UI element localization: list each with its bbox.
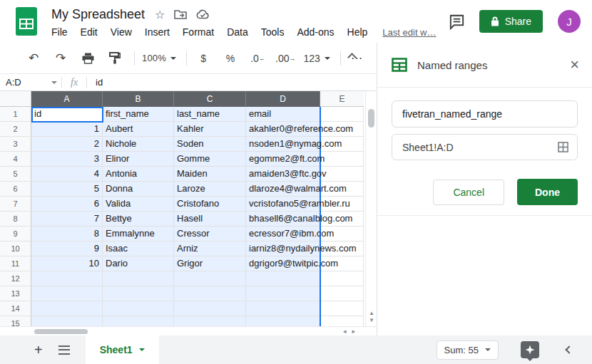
cell-B1[interactable]: first_name xyxy=(103,107,174,122)
cell-D12[interactable] xyxy=(246,271,320,286)
cell-E4[interactable] xyxy=(320,152,364,167)
row-header-7[interactable]: 7 xyxy=(0,197,31,212)
cell-C3[interactable]: Soden xyxy=(174,137,246,152)
cell-C6[interactable]: Laroze xyxy=(174,182,246,197)
cell-D2[interactable]: akahler0@reference.com xyxy=(246,122,320,137)
cell-A14[interactable] xyxy=(31,301,103,316)
share-button[interactable]: Share xyxy=(479,10,543,33)
menu-item-format[interactable]: Format xyxy=(176,25,220,39)
menu-item-insert[interactable]: Insert xyxy=(138,25,176,39)
range-ref-input[interactable]: Sheet1!A:D xyxy=(392,134,578,160)
cell-A1[interactable]: id xyxy=(31,107,103,122)
cell-B11[interactable]: Dario xyxy=(103,256,174,271)
vertical-scrollbar[interactable]: ▴▾ xyxy=(365,91,377,326)
menu-item-view[interactable]: View xyxy=(104,25,138,39)
cell-D14[interactable] xyxy=(246,301,320,316)
cell-A8[interactable]: 7 xyxy=(31,212,103,227)
done-button[interactable]: Done xyxy=(517,179,578,205)
column-header-e[interactable]: E xyxy=(320,91,364,107)
cell-D8[interactable]: bhasell6@canalblog.com xyxy=(246,212,320,227)
format-percent-icon[interactable]: % xyxy=(221,49,240,68)
row-header-8[interactable]: 8 xyxy=(0,212,31,227)
row-header-10[interactable]: 10 xyxy=(0,241,31,256)
cell-C5[interactable]: Maiden xyxy=(174,167,246,182)
cell-B4[interactable]: Elinor xyxy=(103,152,174,167)
cell-A3[interactable]: 2 xyxy=(31,137,103,152)
cell-A7[interactable]: 6 xyxy=(31,197,103,212)
cell-E5[interactable] xyxy=(320,167,364,182)
menu-item-addons[interactable]: Add-ons xyxy=(290,25,340,39)
cell-E14[interactable] xyxy=(320,301,364,316)
column-header-d[interactable]: D xyxy=(246,91,320,107)
undo-icon[interactable]: ↶ xyxy=(24,49,43,68)
cell-A2[interactable]: 1 xyxy=(31,122,103,137)
cell-E15[interactable] xyxy=(320,316,364,326)
document-title[interactable]: My Spreadsheet xyxy=(51,7,145,22)
name-box[interactable]: A:D xyxy=(0,77,61,88)
cell-A5[interactable]: 4 xyxy=(31,167,103,182)
cell-D3[interactable]: nsoden1@nymag.com xyxy=(246,137,320,152)
cell-C12[interactable] xyxy=(174,271,246,286)
cell-D11[interactable]: dgrigor9@twitpic.com xyxy=(246,256,320,271)
row-header-11[interactable]: 11 xyxy=(0,256,31,271)
cell-A6[interactable]: 5 xyxy=(31,182,103,197)
cell-B3[interactable]: Nichole xyxy=(103,137,174,152)
row-header-6[interactable]: 6 xyxy=(0,182,31,197)
cell-C1[interactable]: last_name xyxy=(174,107,246,122)
cell-B6[interactable]: Donna xyxy=(103,182,174,197)
cell-D7[interactable]: vcristofano5@rambler.ru xyxy=(246,197,320,212)
row-header-14[interactable]: 14 xyxy=(0,301,31,316)
close-icon[interactable]: × xyxy=(570,58,579,72)
select-data-range-icon[interactable] xyxy=(558,142,568,152)
row-header-3[interactable]: 3 xyxy=(0,137,31,152)
cell-A10[interactable]: 9 xyxy=(31,241,103,256)
redo-icon[interactable]: ↷ xyxy=(51,49,70,68)
column-header-c[interactable]: C xyxy=(174,91,246,107)
row-header-4[interactable]: 4 xyxy=(0,152,31,167)
cell-E13[interactable] xyxy=(320,286,364,301)
cell-B8[interactable]: Bettye xyxy=(103,212,174,227)
all-sheets-icon[interactable] xyxy=(58,345,70,355)
cell-A4[interactable]: 3 xyxy=(31,152,103,167)
menu-item-data[interactable]: Data xyxy=(220,25,255,39)
cell-A12[interactable] xyxy=(31,271,103,286)
explore-button[interactable] xyxy=(521,341,539,358)
cell-C7[interactable]: Cristofano xyxy=(174,197,246,212)
cell-B7[interactable]: Valida xyxy=(103,197,174,212)
cell-D10[interactable]: iarniz8@nydailynews.com xyxy=(246,241,320,256)
decrease-decimal-icon[interactable]: .0← xyxy=(248,49,267,68)
sheets-logo-icon[interactable] xyxy=(16,7,37,36)
cell-D9[interactable]: ecressor7@ibm.com xyxy=(246,227,320,241)
horizontal-scrollbar-thumb[interactable] xyxy=(34,329,88,334)
cell-A13[interactable] xyxy=(31,286,103,301)
cell-C2[interactable]: Kahler xyxy=(174,122,246,137)
number-format-menu[interactable]: 123 xyxy=(304,49,330,68)
cell-B5[interactable]: Antonia xyxy=(103,167,174,182)
cell-C11[interactable]: Grigor xyxy=(174,256,246,271)
avatar[interactable]: J xyxy=(558,10,581,33)
cell-D15[interactable] xyxy=(246,316,320,326)
comment-history-icon[interactable] xyxy=(449,14,465,30)
add-sheet-icon[interactable]: + xyxy=(34,343,43,356)
sheet-tab[interactable]: Sheet1 xyxy=(86,336,159,364)
cell-A15[interactable] xyxy=(31,316,103,326)
zoom-select[interactable]: 100% xyxy=(142,49,176,68)
horizontal-scrollbar[interactable]: ◂▸ xyxy=(0,326,377,336)
cell-C4[interactable]: Gomme xyxy=(174,152,246,167)
row-header-9[interactable]: 9 xyxy=(0,227,31,241)
cell-B12[interactable] xyxy=(103,271,174,286)
cell-D4[interactable]: egomme2@ft.com xyxy=(246,152,320,167)
row-header-13[interactable]: 13 xyxy=(0,286,31,301)
last-edit-link[interactable]: Last edit w… xyxy=(382,27,436,38)
cell-C13[interactable] xyxy=(174,286,246,301)
sum-dropdown[interactable]: Sum: 55 xyxy=(437,340,499,360)
cell-A11[interactable]: 10 xyxy=(31,256,103,271)
menu-item-tools[interactable]: Tools xyxy=(255,25,291,39)
row-header-15[interactable]: 15 xyxy=(0,316,31,326)
menu-item-edit[interactable]: Edit xyxy=(74,25,104,39)
vertical-scroll-arrows[interactable]: ▴▾ xyxy=(366,309,377,323)
cell-C8[interactable]: Hasell xyxy=(174,212,246,227)
row-header-1[interactable]: 1 xyxy=(0,107,31,122)
menu-item-file[interactable]: File xyxy=(51,25,74,39)
cell-C9[interactable]: Cressor xyxy=(174,227,246,241)
